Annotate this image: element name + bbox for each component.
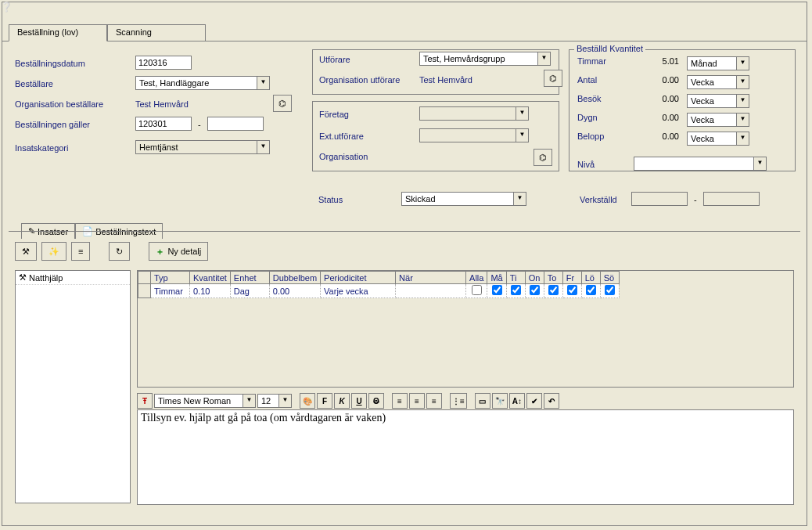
tool-button-3[interactable]: ≡ (71, 242, 90, 261)
qty-unit-select[interactable]: Vecka▼ (687, 75, 749, 89)
checkbox-lo[interactable] (586, 285, 596, 295)
table-row[interactable]: Timmar 0.10 Dag 0.00 Varje vecka (138, 284, 620, 298)
chevron-down-icon: ▼ (513, 193, 526, 205)
label-level: Nivå (577, 160, 595, 169)
col-so[interactable]: Sö (600, 272, 619, 284)
col-ti[interactable]: Ti (506, 272, 525, 284)
select-value: Test, Hemvårdsgrupp (420, 54, 537, 63)
col-to[interactable]: To (544, 272, 562, 284)
checkbox-fr[interactable] (567, 285, 577, 295)
qty-label: Besök (577, 94, 632, 108)
col-lo[interactable]: Lö (581, 272, 600, 284)
qty-label: Timmar (577, 56, 632, 70)
align-right-button[interactable]: ≡ (426, 393, 442, 409)
undo-icon: ↶ (548, 397, 555, 406)
checkbox-alla[interactable] (472, 285, 482, 295)
list-icon: ≡ (78, 247, 83, 256)
qty-unit-select[interactable]: Månad▼ (687, 56, 749, 70)
input-applies-from[interactable] (135, 117, 192, 131)
cell-period: Varje vecka (321, 284, 396, 298)
select-value: Hemtjänst (136, 142, 257, 152)
bullets-button[interactable]: ⋮≡ (450, 393, 467, 409)
align-center-button[interactable]: ≡ (409, 393, 425, 409)
qty-unit-select[interactable]: Vecka▼ (687, 113, 749, 127)
checkbox-to[interactable] (548, 285, 559, 295)
chevron-down-icon: ▼ (736, 114, 749, 126)
col-ma[interactable]: Må (487, 272, 506, 284)
org-picker-button-3[interactable]: ⌬ (534, 149, 552, 166)
align-left-button[interactable]: ≡ (392, 393, 408, 409)
checkbox-ma[interactable] (492, 285, 502, 295)
input-date[interactable] (135, 56, 192, 70)
col-dubbelbem[interactable]: Dubbelbem (269, 272, 320, 284)
cell-enhet: Dag (230, 284, 269, 298)
spellcheck-button[interactable]: ✔ (526, 393, 542, 409)
bold-button[interactable]: F (317, 393, 332, 409)
checkbox-on[interactable] (530, 285, 540, 295)
cell-kvant: 0.10 (190, 284, 231, 298)
color-button[interactable]: 🎨 (300, 393, 315, 409)
qty-unit-select[interactable]: Vecka▼ (687, 94, 749, 108)
undo-button[interactable]: ↶ (544, 393, 559, 409)
button-label: Ny detalj (167, 247, 201, 256)
tab-label: Scanning (116, 27, 152, 37)
select-font[interactable]: Times New Roman▼ (154, 394, 256, 408)
col-nar[interactable]: När (396, 272, 466, 284)
help-icon: ❔ (1, 2, 13, 13)
input-executed-1 (631, 192, 688, 206)
col-typ[interactable]: Typ (151, 272, 190, 284)
new-detail-button[interactable]: ＋ Ny detalj (149, 242, 208, 261)
gavel-icon: ⚒ (22, 247, 30, 257)
plus-icon: ＋ (156, 246, 164, 258)
select-level[interactable]: ▼ (634, 157, 767, 171)
select-category: Hemtjänst▼ (135, 140, 270, 154)
underline-button[interactable]: U (351, 393, 367, 409)
col-periodicitet[interactable]: Periodicitet (321, 272, 396, 284)
label-performer: Utförare (319, 55, 350, 64)
tab-scanning[interactable]: Scanning (107, 24, 206, 41)
org-picker-button-2[interactable]: ⌬ (544, 70, 562, 87)
bullets-icon: ⋮≡ (452, 397, 465, 406)
tool-button-2[interactable]: ✨ (41, 242, 66, 261)
chevron-down-icon: ▼ (736, 132, 749, 145)
italic-button[interactable]: K (334, 393, 350, 409)
checkbox-so[interactable] (605, 285, 615, 295)
select-fontsize[interactable]: 12▼ (257, 394, 292, 408)
tree-item[interactable]: ⚒ Natthjälp (16, 271, 130, 285)
checkbox-ti[interactable] (511, 285, 521, 295)
select-status[interactable]: Skickad▼ (401, 192, 526, 206)
col-fr[interactable]: Fr (562, 272, 581, 284)
rich-text-editor[interactable]: Tillsyn ev. hjälp att gå på toa (om vård… (137, 409, 794, 505)
col-on[interactable]: On (525, 272, 544, 284)
input-applies-to[interactable] (207, 117, 264, 131)
chevron-down-icon: ▼ (736, 57, 749, 70)
tool-button-1[interactable]: ⚒ (15, 242, 37, 261)
col-enhet[interactable]: Enhet (230, 272, 269, 284)
qty-label: Dygn (577, 113, 632, 127)
select-orderer[interactable]: Test, Handläggare▼ (135, 76, 270, 90)
chevron-down-icon: ▼ (736, 95, 749, 107)
find-button[interactable]: 🔭 (492, 393, 508, 409)
template-button[interactable]: ▭ (475, 393, 490, 409)
dash-separator: - (694, 195, 697, 204)
tab-bestallning[interactable]: Beställning (lov) (9, 24, 107, 41)
select-performer[interactable]: Test, Hemvårdsgrupp▼ (419, 52, 551, 66)
binoculars-icon: 🔭 (495, 397, 505, 406)
editor-content: Tillsyn ev. hjälp att gå på toa (om vård… (141, 412, 386, 424)
template-icon: ▭ (479, 397, 486, 406)
qty-unit-select[interactable]: Vecka▼ (687, 132, 749, 146)
cell-nar (396, 284, 466, 298)
dash-separator: - (198, 120, 201, 129)
col-kvantitet[interactable]: Kvantitet (190, 272, 231, 284)
label-org-performer: Organisation utförare (319, 75, 400, 85)
org-picker-button[interactable]: ⌬ (273, 95, 292, 112)
hierarchy-icon: ⌬ (549, 74, 557, 84)
col-alla[interactable]: Alla (466, 272, 487, 284)
cell-dubbel: 0.00 (269, 284, 320, 298)
gavel-icon: ⚒ (19, 272, 27, 283)
select-value: Skickad (402, 194, 513, 204)
strike-button[interactable]: Θ (368, 393, 384, 409)
qty-label: Belopp (577, 132, 632, 146)
tool-button-4[interactable]: ↻ (109, 242, 130, 261)
sort-button[interactable]: A↕ (509, 393, 525, 409)
